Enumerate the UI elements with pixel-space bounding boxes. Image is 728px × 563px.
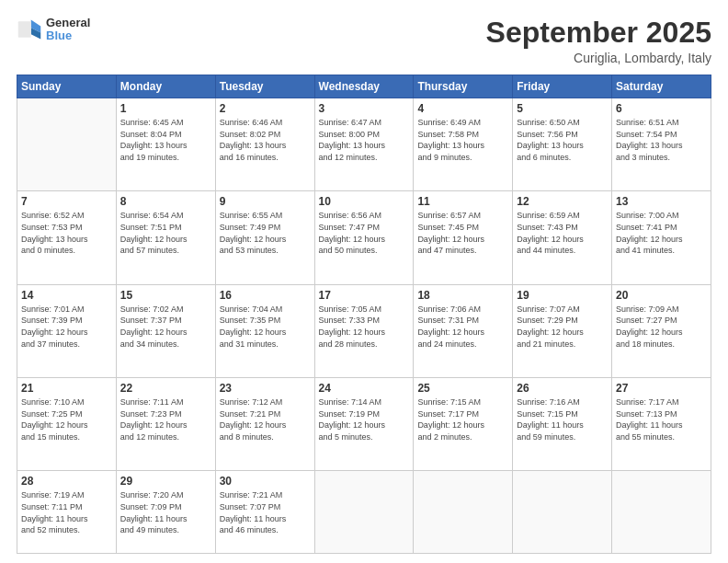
table-row: 20Sunrise: 7:09 AMSunset: 7:27 PMDayligh…: [612, 284, 711, 377]
day-number: 7: [21, 195, 112, 208]
table-row: 3Sunrise: 6:47 AMSunset: 8:00 PMDaylight…: [314, 98, 414, 191]
table-row: 1Sunrise: 6:45 AMSunset: 8:04 PMDaylight…: [116, 98, 215, 191]
day-number: 13: [616, 195, 707, 208]
day-number: 9: [220, 195, 311, 208]
day-info: Sunrise: 7:20 AMSunset: 7:09 PMDaylight:…: [120, 489, 211, 535]
day-info: Sunrise: 6:45 AMSunset: 8:04 PMDaylight:…: [120, 117, 211, 163]
day-info: Sunrise: 6:52 AMSunset: 7:53 PMDaylight:…: [21, 210, 112, 256]
table-row: 6Sunrise: 6:51 AMSunset: 7:54 PMDaylight…: [612, 98, 711, 191]
table-row: 15Sunrise: 7:02 AMSunset: 7:37 PMDayligh…: [116, 284, 215, 377]
day-info: Sunrise: 6:49 AMSunset: 7:58 PMDaylight:…: [417, 117, 508, 163]
table-row: 22Sunrise: 7:11 AMSunset: 7:23 PMDayligh…: [116, 378, 215, 471]
day-info: Sunrise: 7:07 AMSunset: 7:29 PMDaylight:…: [517, 304, 608, 350]
col-monday: Monday: [116, 75, 215, 98]
day-info: Sunrise: 6:54 AMSunset: 7:51 PMDaylight:…: [120, 210, 211, 256]
table-row: [314, 471, 414, 554]
day-info: Sunrise: 6:46 AMSunset: 8:02 PMDaylight:…: [220, 117, 311, 163]
col-wednesday: Wednesday: [314, 75, 414, 98]
day-info: Sunrise: 6:47 AMSunset: 8:00 PMDaylight:…: [319, 117, 410, 163]
day-number: 3: [319, 102, 410, 115]
table-row: 23Sunrise: 7:12 AMSunset: 7:21 PMDayligh…: [215, 378, 314, 471]
day-info: Sunrise: 7:21 AMSunset: 7:07 PMDaylight:…: [220, 489, 311, 535]
table-row: 12Sunrise: 6:59 AMSunset: 7:43 PMDayligh…: [513, 191, 612, 284]
day-info: Sunrise: 7:15 AMSunset: 7:17 PMDaylight:…: [417, 396, 508, 442]
day-number: 28: [21, 475, 112, 488]
day-number: 26: [517, 382, 608, 395]
table-row: 29Sunrise: 7:20 AMSunset: 7:09 PMDayligh…: [116, 471, 215, 554]
table-row: 21Sunrise: 7:10 AMSunset: 7:25 PMDayligh…: [17, 378, 117, 471]
col-tuesday: Tuesday: [215, 75, 314, 98]
calendar-header-row: Sunday Monday Tuesday Wednesday Thursday…: [17, 75, 711, 98]
table-row: [17, 98, 117, 191]
table-row: 26Sunrise: 7:16 AMSunset: 7:15 PMDayligh…: [513, 378, 612, 471]
day-info: Sunrise: 7:01 AMSunset: 7:39 PMDaylight:…: [21, 304, 112, 350]
table-row: 2Sunrise: 6:46 AMSunset: 8:02 PMDaylight…: [215, 98, 314, 191]
day-info: Sunrise: 7:17 AMSunset: 7:13 PMDaylight:…: [616, 396, 707, 442]
day-number: 12: [517, 195, 608, 208]
day-info: Sunrise: 7:00 AMSunset: 7:41 PMDaylight:…: [616, 210, 707, 256]
logo: General Blue: [17, 17, 90, 43]
table-row: 10Sunrise: 6:56 AMSunset: 7:47 PMDayligh…: [314, 191, 414, 284]
day-info: Sunrise: 7:09 AMSunset: 7:27 PMDaylight:…: [616, 304, 707, 350]
day-number: 21: [21, 382, 112, 395]
day-info: Sunrise: 6:59 AMSunset: 7:43 PMDaylight:…: [517, 210, 608, 256]
page: General Blue September 2025 Curiglia, Lo…: [0, 0, 728, 563]
day-info: Sunrise: 7:02 AMSunset: 7:37 PMDaylight:…: [120, 304, 211, 350]
day-info: Sunrise: 6:50 AMSunset: 7:56 PMDaylight:…: [517, 117, 608, 163]
table-row: 5Sunrise: 6:50 AMSunset: 7:56 PMDaylight…: [513, 98, 612, 191]
col-thursday: Thursday: [414, 75, 513, 98]
table-row: 14Sunrise: 7:01 AMSunset: 7:39 PMDayligh…: [17, 284, 117, 377]
col-saturday: Saturday: [612, 75, 711, 98]
table-row: 30Sunrise: 7:21 AMSunset: 7:07 PMDayligh…: [215, 471, 314, 554]
table-row: 11Sunrise: 6:57 AMSunset: 7:45 PMDayligh…: [414, 191, 513, 284]
day-number: 16: [220, 289, 311, 302]
location-title: Curiglia, Lombardy, Italy: [486, 51, 711, 65]
table-row: [612, 471, 711, 554]
table-row: 9Sunrise: 6:55 AMSunset: 7:49 PMDaylight…: [215, 191, 314, 284]
day-info: Sunrise: 7:14 AMSunset: 7:19 PMDaylight:…: [319, 396, 410, 442]
day-number: 18: [417, 289, 508, 302]
day-info: Sunrise: 6:57 AMSunset: 7:45 PMDaylight:…: [417, 210, 508, 256]
logo-line2: Blue: [46, 29, 90, 42]
day-number: 19: [517, 289, 608, 302]
day-number: 10: [319, 195, 410, 208]
day-number: 30: [220, 475, 311, 488]
day-info: Sunrise: 6:56 AMSunset: 7:47 PMDaylight:…: [319, 210, 410, 256]
day-number: 6: [616, 102, 707, 115]
title-block: September 2025 Curiglia, Lombardy, Italy: [486, 17, 711, 65]
day-info: Sunrise: 7:16 AMSunset: 7:15 PMDaylight:…: [517, 396, 608, 442]
svg-rect-3: [18, 22, 31, 39]
day-number: 11: [417, 195, 508, 208]
table-row: 7Sunrise: 6:52 AMSunset: 7:53 PMDaylight…: [17, 191, 117, 284]
day-number: 15: [120, 289, 211, 302]
day-number: 20: [616, 289, 707, 302]
day-number: 25: [417, 382, 508, 395]
table-row: 8Sunrise: 6:54 AMSunset: 7:51 PMDaylight…: [116, 191, 215, 284]
calendar: Sunday Monday Tuesday Wednesday Thursday…: [17, 75, 711, 554]
day-number: 4: [417, 102, 508, 115]
day-number: 8: [120, 195, 211, 208]
logo-text: General Blue: [46, 17, 90, 43]
logo-icon: [17, 17, 42, 42]
table-row: 19Sunrise: 7:07 AMSunset: 7:29 PMDayligh…: [513, 284, 612, 377]
table-row: 4Sunrise: 6:49 AMSunset: 7:58 PMDaylight…: [414, 98, 513, 191]
day-number: 24: [319, 382, 410, 395]
table-row: 25Sunrise: 7:15 AMSunset: 7:17 PMDayligh…: [414, 378, 513, 471]
table-row: 13Sunrise: 7:00 AMSunset: 7:41 PMDayligh…: [612, 191, 711, 284]
day-info: Sunrise: 7:10 AMSunset: 7:25 PMDaylight:…: [21, 396, 112, 442]
header: General Blue September 2025 Curiglia, Lo…: [17, 17, 711, 65]
day-number: 29: [120, 475, 211, 488]
day-number: 14: [21, 289, 112, 302]
table-row: 28Sunrise: 7:19 AMSunset: 7:11 PMDayligh…: [17, 471, 117, 554]
logo-line1: General: [46, 17, 90, 29]
day-info: Sunrise: 6:51 AMSunset: 7:54 PMDaylight:…: [616, 117, 707, 163]
day-number: 23: [220, 382, 311, 395]
day-number: 5: [517, 102, 608, 115]
day-info: Sunrise: 7:05 AMSunset: 7:33 PMDaylight:…: [319, 304, 410, 350]
day-number: 1: [120, 102, 211, 115]
table-row: 16Sunrise: 7:04 AMSunset: 7:35 PMDayligh…: [215, 284, 314, 377]
table-row: 27Sunrise: 7:17 AMSunset: 7:13 PMDayligh…: [612, 378, 711, 471]
table-row: 17Sunrise: 7:05 AMSunset: 7:33 PMDayligh…: [314, 284, 414, 377]
day-number: 2: [220, 102, 311, 115]
table-row: [414, 471, 513, 554]
